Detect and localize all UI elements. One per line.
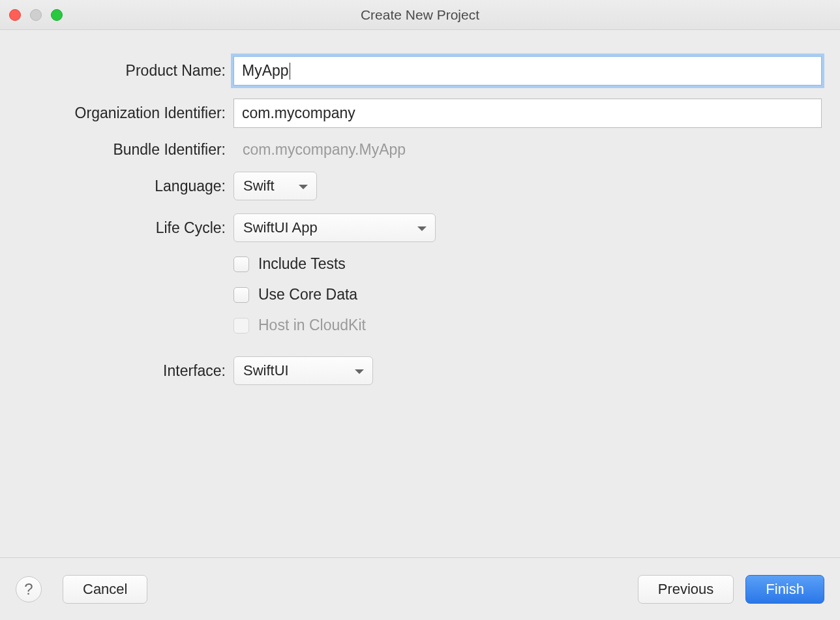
org-identifier-value: com.mycompany	[242, 104, 355, 122]
footer: ? Cancel Previous Finish	[0, 557, 840, 620]
label-org-identifier: Organization Identifier:	[18, 104, 233, 122]
previous-button[interactable]: Previous	[638, 575, 734, 604]
label-product-name: Product Name:	[18, 62, 233, 80]
label-interface: Interface:	[18, 362, 233, 380]
label-life-cycle: Life Cycle:	[18, 219, 233, 237]
maximize-icon[interactable]	[51, 9, 63, 21]
host-cloudkit-label: Host in CloudKit	[258, 317, 366, 334]
row-product-name: Product Name: MyApp	[18, 56, 822, 85]
cancel-label: Cancel	[83, 581, 127, 598]
row-host-cloudkit: Host in CloudKit	[18, 317, 822, 343]
org-identifier-input[interactable]: com.mycompany	[233, 99, 822, 128]
include-tests-checkbox[interactable]	[233, 256, 249, 272]
text-caret	[290, 63, 290, 80]
label-language: Language:	[18, 178, 233, 195]
interface-select[interactable]: SwiftUI	[233, 356, 373, 385]
life-cycle-select[interactable]: SwiftUI App	[233, 213, 436, 242]
product-name-value: MyApp	[242, 62, 289, 80]
row-use-core-data: Use Core Data	[18, 286, 822, 313]
interface-selected: SwiftUI	[243, 362, 289, 379]
label-bundle-identifier: Bundle Identifier:	[18, 141, 233, 159]
close-icon[interactable]	[9, 9, 21, 21]
row-interface: Interface: SwiftUI	[18, 356, 822, 385]
host-cloudkit-checkbox	[233, 318, 249, 333]
row-org-identifier: Organization Identifier: com.mycompany	[18, 99, 822, 128]
window-title: Create New Project	[0, 7, 840, 23]
include-tests-label: Include Tests	[258, 255, 346, 273]
row-include-tests: Include Tests	[18, 255, 822, 282]
language-select[interactable]: Swift	[233, 172, 317, 200]
row-life-cycle: Life Cycle: SwiftUI App	[18, 213, 822, 242]
help-icon: ?	[24, 580, 33, 598]
use-core-data-checkbox[interactable]	[233, 287, 249, 303]
help-button[interactable]: ?	[16, 576, 42, 602]
chevron-down-icon	[354, 362, 365, 379]
previous-label: Previous	[658, 581, 714, 598]
bundle-identifier-value: com.mycompany.MyApp	[233, 141, 406, 159]
traffic-lights	[9, 9, 63, 21]
life-cycle-selected: SwiftUI App	[243, 219, 318, 236]
finish-button[interactable]: Finish	[745, 575, 824, 604]
dialog-window: Create New Project Product Name: MyApp O…	[0, 0, 840, 620]
chevron-down-icon	[417, 219, 427, 236]
titlebar: Create New Project	[0, 0, 840, 30]
row-bundle-identifier: Bundle Identifier: com.mycompany.MyApp	[18, 141, 822, 159]
row-language: Language: Swift	[18, 172, 822, 200]
finish-label: Finish	[766, 581, 804, 598]
chevron-down-icon	[298, 178, 308, 194]
cancel-button[interactable]: Cancel	[63, 575, 147, 604]
language-selected: Swift	[243, 178, 275, 194]
form-content: Product Name: MyApp Organization Identif…	[0, 30, 840, 557]
minimize-icon	[30, 9, 42, 21]
product-name-input[interactable]: MyApp	[233, 56, 822, 85]
use-core-data-label: Use Core Data	[258, 286, 357, 303]
